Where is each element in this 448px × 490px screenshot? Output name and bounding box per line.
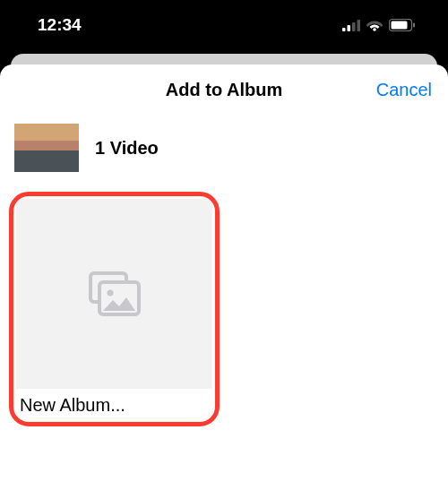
svg-rect-3 [358, 20, 361, 31]
album-grid: New Album... [0, 192, 448, 426]
cancel-button[interactable]: Cancel [376, 80, 432, 100]
add-to-album-sheet: Add to Album Cancel 1 Video New Album... [0, 64, 448, 490]
status-time: 12:34 [38, 15, 82, 35]
svg-point-4 [373, 28, 376, 31]
wifi-icon [366, 19, 383, 31]
cellular-icon [342, 20, 360, 31]
svg-rect-7 [413, 23, 415, 28]
svg-rect-0 [342, 28, 346, 31]
new-album-button[interactable]: New Album... [9, 192, 220, 426]
selection-count-label: 1 Video [95, 138, 159, 159]
svg-rect-1 [348, 25, 351, 31]
selected-video-thumbnail [14, 124, 79, 172]
new-album-label: New Album... [16, 389, 212, 419]
svg-rect-6 [392, 21, 408, 30]
svg-point-10 [107, 290, 113, 297]
status-icons [342, 19, 416, 31]
svg-rect-2 [352, 22, 356, 31]
photo-stack-icon [88, 271, 142, 317]
selection-row: 1 Video [0, 115, 448, 192]
battery-icon [389, 19, 416, 31]
status-bar: 12:34 [0, 0, 448, 50]
sheet-header: Add to Album Cancel [0, 64, 448, 115]
sheet-title: Add to Album [166, 80, 282, 100]
new-album-thumbnail [16, 199, 212, 389]
